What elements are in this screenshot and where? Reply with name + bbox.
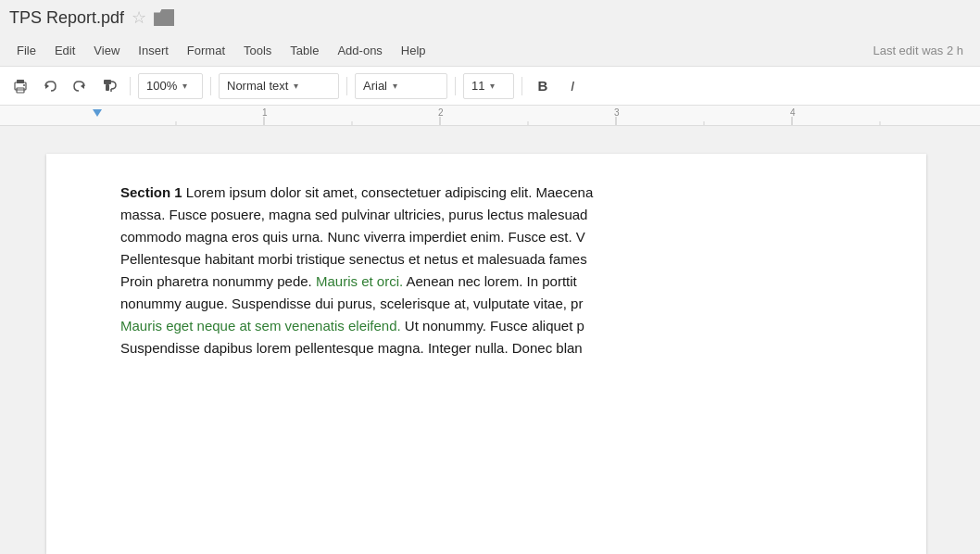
menu-bar: File Edit View Insert Format Tools Table… — [0, 35, 980, 67]
svg-text:1: 1 — [262, 107, 268, 118]
paint-format-icon — [101, 78, 118, 94]
svg-rect-6 — [104, 80, 111, 84]
svg-point-3 — [23, 84, 25, 86]
folder-icon[interactable] — [154, 9, 174, 26]
text-style-dropdown[interactable]: Normal text ▾ — [219, 73, 339, 99]
italic-label: I — [571, 78, 574, 94]
star-icon[interactable]: ☆ — [132, 7, 146, 28]
svg-rect-7 — [106, 84, 109, 91]
zoom-value: 100% — [146, 79, 177, 93]
section-heading: Section 1 — [120, 184, 182, 200]
doc-line-5: Proin pharetra nonummy pede. Mauris et o… — [120, 271, 880, 293]
format-paint-button[interactable] — [96, 73, 122, 99]
redo-button[interactable] — [67, 73, 93, 99]
svg-text:3: 3 — [614, 107, 620, 118]
svg-rect-2 — [17, 80, 24, 83]
green-text-2: Mauris eget neque at sem venenatis eleif… — [120, 318, 401, 334]
svg-text:4: 4 — [790, 107, 796, 118]
svg-marker-4 — [45, 83, 49, 89]
font-size-dropdown[interactable]: 11 ▾ — [463, 73, 514, 99]
green-text-1: Mauris et orci. — [316, 273, 403, 289]
doc-line-3: commodo magna eros quis urna. Nunc viver… — [120, 226, 880, 248]
undo-icon — [42, 78, 58, 94]
menu-table[interactable]: Table — [281, 40, 328, 61]
separator-2 — [210, 77, 211, 95]
menu-file[interactable]: File — [7, 40, 45, 61]
font-dropdown[interactable]: Arial ▾ — [355, 73, 447, 99]
menu-insert[interactable]: Insert — [129, 40, 178, 61]
text-style-value: Normal text — [227, 79, 288, 93]
separator-4 — [455, 77, 456, 95]
zoom-dropdown[interactable]: 100% ▾ — [138, 73, 203, 99]
undo-button[interactable] — [37, 73, 63, 99]
size-arrow: ▾ — [490, 81, 495, 91]
title-bar: TPS Report.pdf ☆ — [0, 0, 980, 35]
doc-line-2: massa. Fusce posuere, magna sed pulvinar… — [120, 204, 880, 226]
svg-marker-5 — [81, 83, 84, 89]
toolbar: 100% ▾ Normal text ▾ Arial ▾ 11 ▾ B I — [0, 67, 980, 106]
redo-icon — [71, 78, 88, 94]
svg-text:2: 2 — [438, 107, 444, 118]
separator-1 — [130, 77, 131, 95]
menu-tools[interactable]: Tools — [234, 40, 281, 61]
doc-line-6: nonummy augue. Suspendisse dui purus, sc… — [120, 293, 880, 315]
ruler-svg: 1 2 3 4 — [0, 106, 980, 126]
svg-rect-9 — [0, 106, 980, 126]
menu-addons[interactable]: Add-ons — [328, 40, 391, 61]
document-content: Section 1 Lorem ipsum dolor sit amet, co… — [120, 182, 880, 359]
doc-line-8: Suspendisse dapibus lorem pellentesque m… — [120, 337, 880, 359]
document-title: TPS Report.pdf — [9, 8, 124, 28]
bold-button[interactable]: B — [530, 73, 556, 99]
print-button[interactable] — [7, 73, 33, 99]
font-value: Arial — [363, 79, 387, 93]
zoom-arrow: ▾ — [182, 81, 187, 91]
font-size-value: 11 — [471, 79, 484, 93]
separator-3 — [346, 77, 347, 95]
print-icon — [12, 78, 29, 94]
document-area: Section 1 Lorem ipsum dolor sit amet, co… — [0, 126, 980, 554]
document-page[interactable]: Section 1 Lorem ipsum dolor sit amet, co… — [46, 154, 926, 554]
doc-line-4: Pellentesque habitant morbi tristique se… — [120, 248, 880, 271]
menu-edit[interactable]: Edit — [45, 40, 84, 61]
menu-help[interactable]: Help — [392, 40, 435, 61]
doc-line-7: Mauris eget neque at sem venenatis eleif… — [120, 315, 880, 337]
bold-label: B — [538, 78, 548, 94]
separator-5 — [521, 77, 522, 95]
italic-button[interactable]: I — [559, 73, 585, 99]
menu-format[interactable]: Format — [178, 40, 234, 61]
ruler: 1 2 3 4 — [0, 106, 980, 126]
menu-view[interactable]: View — [84, 40, 129, 61]
font-arrow: ▾ — [393, 81, 397, 91]
last-edit-status: Last edit was 2 h — [873, 44, 973, 57]
style-arrow: ▾ — [294, 81, 298, 91]
